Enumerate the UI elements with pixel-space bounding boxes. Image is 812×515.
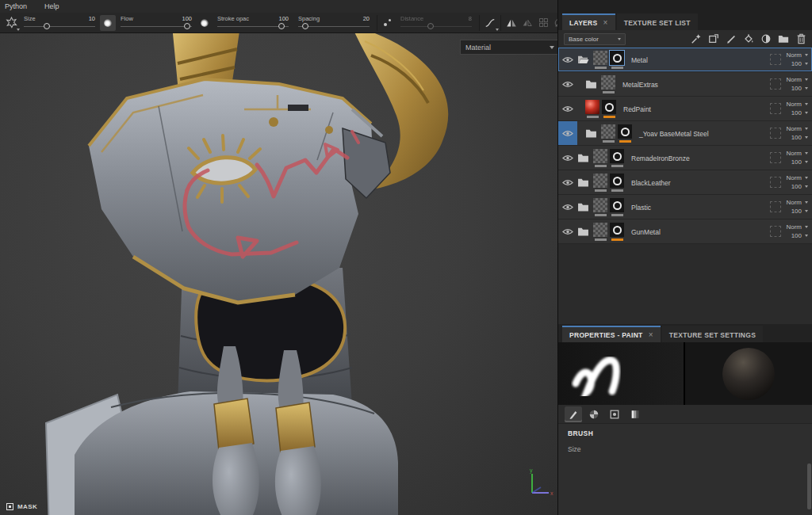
layer-visibility-toggle[interactable] [558,170,577,194]
material-thumbnail[interactable] [585,100,599,114]
layer-row[interactable]: GunMetalNorm100 [558,219,812,244]
tab-layers[interactable]: LAYERS × [562,13,615,30]
layer-row[interactable]: BlackLeatherNorm100 [558,170,812,195]
slider-value[interactable]: 20 [363,15,370,22]
slider-track[interactable] [298,22,370,30]
layer-opacity-dropdown[interactable]: 100 [791,109,802,116]
slider-track[interactable] [24,22,95,30]
channel-filter-dropdown[interactable]: Base color [564,33,626,45]
layer-mask-thumbnail[interactable] [610,174,624,188]
blend-mode-dropdown[interactable]: Norm [786,52,802,59]
add-fill-layer-button[interactable] [743,33,754,44]
layer-visibility-toggle[interactable] [558,146,577,170]
tab-texture-set-list[interactable]: TEXTURE SET LIST [617,13,698,30]
layer-mask-thumbnail[interactable] [602,100,616,114]
layer-opacity-dropdown[interactable]: 100 [791,134,802,141]
uv-tiling-button[interactable] [535,15,551,31]
slider-knob[interactable] [44,23,50,29]
3d-viewport[interactable]: Material y x MASK [0,33,557,515]
slider-knob[interactable] [302,23,308,29]
tab-properties-paint[interactable]: PROPERTIES - PAINT × [562,326,661,342]
layer-name[interactable]: _Yoav BaseMetal Steel [639,130,709,138]
tab-alpha[interactable] [585,406,603,422]
layer-name[interactable]: MetalExtras [622,81,658,89]
layer-mask-thumbnail[interactable] [610,51,624,65]
layer-content-thumbnail[interactable] [601,75,615,90]
blend-mode-dropdown[interactable]: Norm [786,101,802,108]
viewport-shading-dropdown[interactable]: Material [460,40,557,55]
folder-icon[interactable] [577,200,589,215]
layer-name[interactable]: GunMetal [631,228,661,236]
slider-value[interactable]: 10 [89,15,95,22]
folder-icon[interactable] [577,151,589,166]
layer-row[interactable]: PlasticNorm100 [558,195,812,219]
opacity-dab-toggle[interactable] [197,15,213,31]
layer-content-thumbnail[interactable] [593,198,607,212]
layer-opacity-dropdown[interactable]: 100 [791,232,802,239]
brush-shape-button[interactable] [3,15,19,31]
tab-brush[interactable] [565,406,582,422]
layer-visibility-toggle[interactable] [558,72,577,96]
layer-visibility-toggle[interactable] [558,97,577,120]
layer-mask-thumbnail[interactable] [618,124,632,139]
lazy-mouse-dots-button[interactable] [380,15,396,31]
layer-name[interactable]: Plastic [631,204,651,212]
close-icon[interactable]: × [649,332,653,338]
slider-knob[interactable] [184,23,190,29]
delete-layer-button[interactable] [795,33,806,44]
spacing-slider[interactable]: Spacing20 [293,13,374,32]
slider-knob[interactable] [278,23,285,29]
blend-mode-dropdown[interactable]: Norm [786,199,802,206]
tab-material[interactable] [626,406,644,422]
layer-visibility-toggle[interactable] [558,195,577,219]
blend-mode-dropdown[interactable]: Norm [786,125,802,132]
slider-value[interactable]: 100 [278,15,289,22]
layer-row[interactable]: MetalExtrasNorm100 [558,72,812,97]
layer-content-thumbnail[interactable] [593,149,607,163]
layer-mask-thumbnail[interactable] [610,198,624,212]
layer-name[interactable]: Metal [631,56,648,64]
slider-value[interactable]: 100 [182,15,192,22]
tab-stencil[interactable] [606,406,623,422]
menu-help[interactable]: Help [44,2,59,10]
layer-content-thumbnail[interactable] [593,223,607,237]
layer-row[interactable]: RedPaintNorm100 [558,97,812,121]
add-folder-button[interactable] [778,33,789,44]
folder-icon[interactable] [585,127,597,141]
layer-mask-thumbnail[interactable] [610,223,624,237]
layer-opacity-dropdown[interactable]: 100 [791,183,802,190]
slider-track[interactable] [121,22,192,30]
slider-track[interactable] [217,22,289,30]
add-effect-button[interactable] [691,33,702,44]
layer-opacity-dropdown[interactable]: 100 [791,208,802,215]
menu-python[interactable]: Python [5,2,27,10]
blend-mode-dropdown[interactable]: Norm [786,76,802,83]
layer-content-thumbnail[interactable] [601,124,615,139]
layer-name[interactable]: RedPaint [623,105,651,113]
symmetry-button[interactable] [504,15,519,31]
add-paint-layer-button[interactable] [726,33,737,44]
folder-icon[interactable] [585,78,597,92]
tab-texture-set-settings[interactable]: TEXTURE SET SETTINGS [662,326,763,342]
3d-model-helmet[interactable] [0,33,557,515]
size-slider[interactable]: Size10 [19,13,100,32]
layer-name[interactable]: RemadeIronBronze [631,154,690,162]
add-smart-material-button[interactable] [708,33,719,44]
folder-icon[interactable] [577,225,589,239]
layer-name[interactable]: BlackLeather [631,179,671,187]
layer-mask-thumbnail[interactable] [610,149,624,163]
stroke-opacity-slider[interactable]: Stroke opac100 [213,13,293,32]
flow-dab-toggle[interactable] [100,15,116,31]
folder-open-icon[interactable] [577,53,589,67]
layer-row[interactable]: RemadeIronBronzeNorm100 [558,146,812,170]
blend-mode-dropdown[interactable]: Norm [786,223,802,231]
add-smart-mask-button[interactable] [760,33,772,44]
layer-visibility-toggle[interactable] [558,48,577,71]
layer-visibility-toggle[interactable] [558,121,577,145]
layer-row[interactable]: MetalNorm100 [558,48,812,72]
layer-content-thumbnail[interactable] [593,51,607,65]
blend-mode-dropdown[interactable]: Norm [786,150,802,157]
layer-content-thumbnail[interactable] [593,174,607,188]
layer-opacity-dropdown[interactable]: 100 [791,85,802,92]
radial-symmetry-button[interactable] [519,15,535,31]
